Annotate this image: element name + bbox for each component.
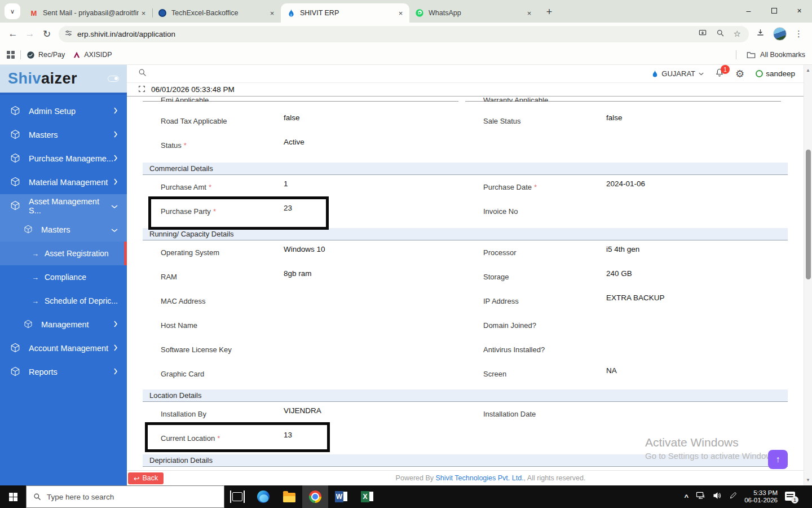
- field-value[interactable]: 1: [284, 179, 288, 188]
- vertical-scrollbar[interactable]: ▲ ▼: [804, 65, 812, 485]
- close-window-button[interactable]: ×: [787, 0, 812, 21]
- cube-icon: [24, 225, 33, 235]
- tab-shivit-erp[interactable]: SHIVIT ERP ×: [281, 3, 409, 23]
- sidebar-subitem-management[interactable]: Management: [0, 313, 127, 336]
- field-value[interactable]: NA: [606, 366, 617, 375]
- edge-button[interactable]: [250, 485, 276, 508]
- tab-search-button[interactable]: ∨: [5, 3, 20, 19]
- all-bookmarks-button[interactable]: All Bookmarks: [760, 51, 805, 59]
- minimize-button[interactable]: –: [736, 0, 761, 21]
- profile-avatar[interactable]: [773, 27, 787, 41]
- reload-button[interactable]: ↻: [38, 25, 55, 42]
- sidebar-item-admin-setup[interactable]: Admin Setup: [0, 99, 127, 123]
- install-icon[interactable]: [698, 29, 707, 40]
- word-button[interactable]: W: [328, 485, 354, 508]
- excel-button[interactable]: X: [354, 485, 380, 508]
- downloads-icon[interactable]: [756, 28, 765, 40]
- start-button[interactable]: [0, 485, 26, 508]
- action-center-button[interactable]: 1: [785, 492, 796, 502]
- forward-button[interactable]: →: [21, 25, 38, 42]
- sidebar-item-purchase-management[interactable]: Purchase Manageme...: [0, 147, 127, 170]
- browser-menu-icon[interactable]: ⋮: [795, 29, 803, 39]
- field-value[interactable]: false: [606, 113, 623, 122]
- user-menu[interactable]: sandeep: [756, 69, 795, 78]
- sidebar-item-asset-registration[interactable]: → Asset Registration: [0, 242, 127, 265]
- sidebar-item-account-management[interactable]: Account Management: [0, 336, 127, 360]
- page-timestamp: 06/01/2026 05:33:48 PM: [151, 85, 235, 94]
- field-label: RAM: [161, 273, 177, 281]
- close-icon[interactable]: ×: [139, 8, 148, 18]
- scroll-up-arrow[interactable]: ▲: [804, 68, 812, 73]
- fullscreen-icon[interactable]: [138, 85, 145, 94]
- settings-gear-icon[interactable]: ⚙: [735, 68, 744, 80]
- back-button-app[interactable]: ↩ Back: [128, 472, 164, 484]
- task-view-button[interactable]: [224, 485, 250, 508]
- file-explorer-button[interactable]: [276, 485, 302, 508]
- close-icon[interactable]: ×: [396, 8, 405, 18]
- speaker-icon[interactable]: [713, 492, 722, 502]
- branch-label: GUJARAT: [661, 69, 695, 78]
- pen-icon[interactable]: [729, 492, 737, 502]
- close-icon[interactable]: ×: [524, 8, 534, 18]
- bookmark-label: AXISIDP: [84, 51, 112, 59]
- apps-grid-icon[interactable]: [7, 51, 15, 59]
- bookmark-recpay[interactable]: Rec/Pay: [27, 51, 65, 59]
- scroll-down-arrow[interactable]: ▼: [804, 478, 812, 483]
- field-value[interactable]: 2024-01-06: [606, 179, 645, 188]
- zoom-icon[interactable]: [716, 29, 725, 40]
- new-tab-button[interactable]: +: [541, 4, 557, 20]
- field-value[interactable]: 8gb ram: [284, 269, 312, 278]
- sidebar-toggle-icon[interactable]: [108, 76, 119, 82]
- chevron-right-icon: [113, 367, 118, 376]
- network-icon[interactable]: [696, 492, 705, 502]
- scroll-to-top-button[interactable]: ↑: [768, 450, 788, 469]
- maximize-button[interactable]: [761, 0, 787, 21]
- search-icon[interactable]: [138, 68, 147, 79]
- field-label: Software License Key: [161, 345, 232, 354]
- sidebar-item-reports[interactable]: Reports: [0, 360, 127, 384]
- field-value[interactable]: i5 4th gen: [606, 245, 639, 253]
- cube-icon: [10, 366, 20, 378]
- sidebar-item-label: Account Management: [29, 344, 108, 353]
- field-value[interactable]: false: [284, 113, 300, 122]
- branch-selector[interactable]: GUJARAT: [652, 69, 704, 78]
- scrollbar-thumb[interactable]: [806, 150, 811, 279]
- notifications-button[interactable]: 1: [715, 68, 724, 80]
- back-button[interactable]: ←: [5, 25, 21, 42]
- username-label: sandeep: [766, 69, 795, 78]
- field-label: Road Tax Applicable: [161, 117, 227, 125]
- taskbar-clock[interactable]: 5:33 PM 06-01-2026: [744, 489, 778, 504]
- form-row: Status*Active: [143, 133, 788, 157]
- gmail-icon: M: [29, 8, 38, 17]
- chevron-right-icon: [113, 344, 118, 353]
- site-settings-icon[interactable]: [64, 29, 73, 40]
- sidebar-item-compliance[interactable]: → Compliance: [0, 265, 127, 289]
- sidebar-item-masters[interactable]: Masters: [0, 123, 127, 147]
- sidebar-item-material-management[interactable]: Material Management: [0, 170, 127, 194]
- url-text[interactable]: erp.shivit.in/adroit/application: [77, 30, 698, 38]
- sidebar-subitem-masters[interactable]: Masters: [0, 218, 127, 242]
- tray-chevron-icon[interactable]: ^: [685, 493, 689, 501]
- section-header-depreciation: Depriciation Details: [143, 454, 788, 467]
- field-value[interactable]: Active: [284, 138, 304, 146]
- field-value[interactable]: Windows 10: [284, 245, 325, 253]
- windows-taskbar: Type here to search W X ^ 5:33 PM 06-01-…: [0, 485, 812, 508]
- tab-techexcel[interactable]: TechExcel-Backoffice ×: [152, 3, 281, 23]
- company-link[interactable]: Shivit Technologies Pvt. Ltd.: [435, 474, 523, 482]
- field-value[interactable]: VIJENDRA: [284, 406, 321, 415]
- task-view-icon: [232, 492, 242, 501]
- field-value[interactable]: 240 GB: [606, 269, 632, 278]
- sidebar-item-asset-management[interactable]: Asset Management S...: [0, 194, 127, 218]
- tab-gmail[interactable]: M Sent Mail - priyabasil@adroitfin ×: [24, 3, 152, 23]
- address-bar[interactable]: erp.shivit.in/adroit/application ☆: [59, 26, 749, 42]
- bookmark-star-icon[interactable]: ☆: [734, 29, 741, 39]
- chrome-button[interactable]: [302, 485, 328, 508]
- field-value[interactable]: EXTRA BACKUP: [606, 294, 665, 302]
- taskbar-search[interactable]: Type here to search: [26, 485, 224, 508]
- tab-whatsapp[interactable]: WhatsApp ×: [409, 3, 538, 23]
- bookmark-axisidp[interactable]: AXISIDP: [73, 51, 112, 59]
- sidebar-item-schedule-of-depreciation[interactable]: → Schedule of Depric...: [0, 289, 127, 313]
- tab-title: Sent Mail - priyabasil@adroitfin: [43, 9, 139, 17]
- system-tray: ^ 5:33 PM 06-01-2026 1: [685, 485, 812, 508]
- close-icon[interactable]: ×: [267, 8, 277, 18]
